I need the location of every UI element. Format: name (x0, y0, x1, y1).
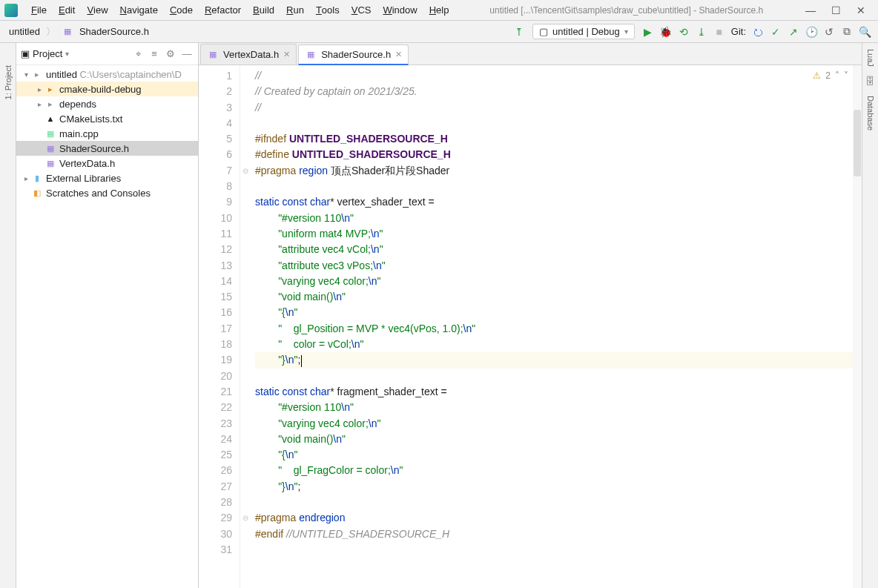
code-line-3[interactable]: // (255, 100, 862, 116)
profile-icon[interactable]: ⤓ (694, 24, 709, 39)
code-line-17[interactable]: " gl_Position = MVP * vec4(vPos, 1.0);\n… (255, 321, 862, 337)
expand-all-icon[interactable]: ≡ (148, 47, 161, 61)
git-commit-icon[interactable]: ✓ (768, 24, 783, 39)
database-tool-button[interactable]: Database (866, 96, 875, 131)
code-line-15[interactable]: "void main()\n" (255, 289, 862, 305)
navigation-bar: untitled 〉 ▦ ShaderSource.h ⤒ ▢ untitled… (0, 21, 878, 43)
code-line-31[interactable] (255, 542, 862, 558)
project-pane-title[interactable]: ▣ Project ▾ (21, 48, 128, 59)
menu-view[interactable]: View (81, 4, 113, 16)
run-config-select[interactable]: ▢ untitled | Debug ▾ (532, 24, 635, 39)
menu-code[interactable]: Code (164, 4, 199, 16)
stop-icon[interactable]: ■ (712, 24, 727, 39)
close-tab-icon[interactable]: ✕ (283, 50, 290, 59)
chevron-down-icon: ▾ (624, 27, 628, 36)
code-line-10[interactable]: "#version 110\n" (255, 211, 862, 226)
code-line-25[interactable]: "{\n" (255, 447, 862, 463)
menu-build[interactable]: Build (247, 4, 280, 16)
code-line-18[interactable]: " color = vCol;\n" (255, 337, 862, 352)
tab-shadersource-h[interactable]: ▦ShaderSource.h✕ (298, 44, 409, 65)
luaj-tool-button[interactable]: LuaJ (866, 49, 875, 67)
project-tree[interactable]: ▾▸ untitled C:\Users\captainchen\D ▸▸cma… (16, 65, 198, 588)
menu-help[interactable]: Help (423, 4, 455, 16)
warning-count: 2 (825, 68, 831, 84)
menu-navigate[interactable]: Navigate (114, 4, 164, 16)
debug-icon[interactable]: 🐞 (658, 24, 673, 39)
scrollbar-thumb[interactable] (854, 110, 861, 176)
code-line-27[interactable]: "}\n"; (255, 479, 862, 495)
main-area: 1: Project ▣ Project ▾ ⌖ ≡ ⚙ — ▾▸ untitl… (0, 43, 878, 588)
code-line-26[interactable]: " gl_FragColor = color;\n" (255, 463, 862, 478)
gutter[interactable]: 1234567891011121314151617181920212223242… (199, 65, 240, 588)
gear-icon[interactable]: ⚙ (164, 47, 177, 61)
database-icon[interactable]: 🗄 (865, 76, 875, 87)
code-line-7[interactable]: #pragma region 顶点Shader和片段Shader (255, 163, 862, 179)
next-highlight-icon[interactable]: ˅ (844, 68, 848, 84)
scratch-icon: ◧ (31, 187, 43, 199)
code-line-12[interactable]: "attribute vec4 vCol;\n" (255, 242, 862, 257)
code-line-16[interactable]: "{\n" (255, 305, 862, 320)
git-update-icon[interactable]: ⭮ (750, 24, 765, 39)
tree-external-libraries[interactable]: ▸▮ External Libraries (16, 171, 198, 185)
code-line-14[interactable]: "varying vec4 color;\n" (255, 274, 862, 289)
git-rollback-icon[interactable]: ↺ (822, 24, 836, 39)
vertical-scrollbar[interactable] (853, 65, 862, 588)
minimize-icon[interactable]: — (798, 4, 823, 16)
locate-icon[interactable]: ⌖ (131, 47, 145, 61)
code-line-13[interactable]: "attribute vec3 vPos;\n" (255, 258, 862, 274)
code-line-24[interactable]: "void main()\n" (255, 432, 862, 447)
code-line-23[interactable]: "varying vec4 color;\n" (255, 416, 862, 432)
code-line-11[interactable]: "uniform mat4 MVP;\n" (255, 226, 862, 242)
tree-item-cmake-build-debug[interactable]: ▸▸cmake-build-debug (16, 82, 198, 96)
tab-vertexdata-h[interactable]: ▦VertexData.h✕ (200, 44, 297, 65)
menu-tools[interactable]: Tools (310, 4, 346, 16)
window-title: untitled [...\TencentGit\samples\draw_cu… (455, 5, 798, 16)
code-line-29[interactable]: #pragma endregion (255, 510, 862, 526)
editor-body[interactable]: 1234567891011121314151617181920212223242… (199, 65, 862, 588)
menu-file[interactable]: File (25, 4, 53, 16)
tree-item-vertexdata-h[interactable]: ▦VertexData.h (16, 156, 198, 171)
search-icon[interactable]: 🔍 (857, 24, 872, 39)
fold-column[interactable]: ⊖⊖ (240, 65, 251, 588)
tree-item-shadersource-h[interactable]: ▦ShaderSource.h (16, 141, 198, 156)
git-history-icon[interactable]: 🕑 (804, 24, 819, 39)
run-icon[interactable]: ▶ (641, 24, 656, 39)
project-tool-button[interactable]: 1: Project (4, 65, 13, 99)
code-line-1[interactable]: // (255, 68, 862, 84)
menu-vcs[interactable]: VCS (346, 4, 377, 16)
coverage-icon[interactable]: ⟲ (676, 24, 691, 39)
tree-item-depends[interactable]: ▸▸depends (16, 96, 198, 111)
tree-root[interactable]: ▾▸ untitled C:\Users\captainchen\D (16, 67, 198, 82)
code-line-5[interactable]: #ifndef UNTITLED_SHADERSOURCE_H (255, 131, 862, 147)
code-line-22[interactable]: "#version 110\n" (255, 400, 862, 415)
code-line-28[interactable] (255, 495, 862, 510)
code-line-20[interactable] (255, 369, 862, 384)
code-line-2[interactable]: // Created by captain on 2021/3/25. (255, 84, 862, 99)
code-line-9[interactable]: static const char* vertex_shader_text = (255, 194, 862, 210)
menu-refactor[interactable]: Refactor (199, 4, 247, 16)
code-content[interactable]: //// Created by captain on 2021/3/25.// … (251, 65, 862, 588)
prev-highlight-icon[interactable]: ˄ (835, 68, 839, 84)
hide-icon[interactable]: — (180, 47, 194, 61)
close-icon[interactable]: ✕ (848, 4, 874, 16)
code-line-30[interactable]: #endif //UNTITLED_SHADERSOURCE_H (255, 526, 862, 542)
code-line-4[interactable] (255, 116, 862, 131)
breadcrumb-file[interactable]: ▦ ShaderSource.h (57, 24, 154, 39)
tree-item-main-cpp[interactable]: ▦main.cpp (16, 126, 198, 141)
code-line-19[interactable]: "}\n"; (255, 352, 862, 368)
menu-window[interactable]: Window (377, 4, 423, 16)
menu-run[interactable]: Run (280, 4, 310, 16)
ide-settings-icon[interactable]: ⧉ (839, 24, 854, 39)
menu-edit[interactable]: Edit (53, 4, 81, 16)
tree-scratches[interactable]: ◧ Scratches and Consoles (16, 185, 198, 200)
breadcrumb-project[interactable]: untitled (4, 24, 44, 39)
code-line-21[interactable]: static const char* fragment_shader_text … (255, 384, 862, 400)
build-hammer-icon[interactable]: ⤒ (512, 24, 527, 39)
inspection-widget[interactable]: ⚠ 2 ˄ ˅ (813, 68, 848, 84)
close-tab-icon[interactable]: ✕ (395, 50, 402, 59)
code-line-6[interactable]: #define UNTITLED_SHADERSOURCE_H (255, 147, 862, 162)
tree-item-cmakelists-txt[interactable]: ▲CMakeLists.txt (16, 111, 198, 126)
git-push-icon[interactable]: ↗ (786, 24, 801, 39)
maximize-icon[interactable]: ☐ (823, 4, 848, 16)
code-line-8[interactable] (255, 179, 862, 194)
